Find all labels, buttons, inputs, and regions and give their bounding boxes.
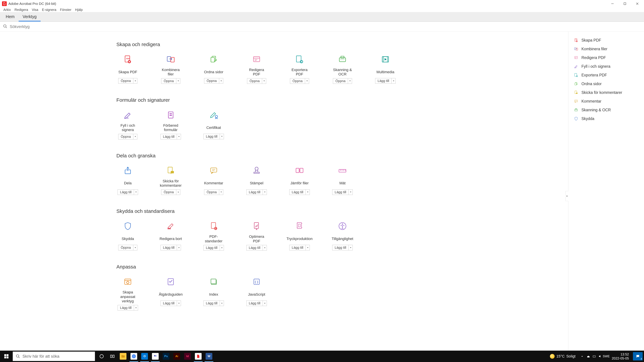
rp-item-organize[interactable]: Ordna sidor xyxy=(568,79,644,88)
tool-dropdown-arrow[interactable] xyxy=(349,245,353,250)
tool-javascript[interactable]: { }JavaScriptLägg till xyxy=(245,276,268,311)
menu-esignera[interactable]: E-signera xyxy=(40,7,58,12)
rp-item-scan[interactable]: Skanning & OCR xyxy=(568,106,644,114)
photoshop-icon[interactable]: Ps xyxy=(161,351,172,362)
tool-action-button[interactable]: Lägg till xyxy=(204,301,220,306)
main-panel[interactable]: Skapa och redigeraPDFSkapa PDFÖppnaKombi… xyxy=(0,31,568,351)
tool-action-button[interactable]: Lägg till xyxy=(289,245,306,250)
tool-action-button[interactable]: Lägg till xyxy=(204,245,220,251)
tool-dropdown-arrow[interactable] xyxy=(392,78,396,84)
tool-action-button[interactable]: Lägg till xyxy=(118,189,134,195)
tool-search-input[interactable] xyxy=(10,24,110,29)
tool-dropdown-arrow[interactable] xyxy=(220,245,224,251)
tool-dropdown-arrow[interactable] xyxy=(134,189,138,195)
tool-dropdown-arrow[interactable] xyxy=(263,189,267,195)
menu-hjalp[interactable]: Hjälp xyxy=(74,7,84,12)
tool-dropdown-arrow[interactable] xyxy=(262,78,266,84)
tool-action-button[interactable]: Lägg till xyxy=(160,134,177,139)
tool-dropdown-arrow[interactable] xyxy=(219,78,223,84)
language-icon[interactable]: SWE xyxy=(604,354,609,359)
rp-item-export-pdf[interactable]: Exportera PDF xyxy=(568,71,644,79)
rp-item-comment[interactable]: Kommentar xyxy=(568,97,644,106)
tool-action-button[interactable]: Öppna xyxy=(161,78,176,84)
tool-protect[interactable]: SkyddaÖppna xyxy=(116,221,139,251)
tool-dropdown-arrow[interactable] xyxy=(176,189,180,195)
tool-export-pdf[interactable]: Exportera PDFÖppna xyxy=(288,54,311,84)
cortana-icon[interactable] xyxy=(96,351,107,362)
tool-dropdown-arrow[interactable] xyxy=(219,189,223,195)
illustrator-icon[interactable]: Ai xyxy=(172,351,182,362)
tool-scan[interactable]: Skanning & OCRÖppna xyxy=(331,54,354,84)
tool-action-button[interactable]: Öppna xyxy=(247,78,262,84)
tool-action-button[interactable]: Öppna xyxy=(333,78,348,84)
tool-dropdown-arrow[interactable] xyxy=(263,301,267,306)
rp-item-create-pdf[interactable]: PDFSkapa PDF xyxy=(568,36,644,44)
tool-dropdown-arrow[interactable] xyxy=(349,189,353,195)
tool-dropdown-arrow[interactable] xyxy=(306,189,310,195)
task-view-icon[interactable] xyxy=(107,351,118,362)
word-icon[interactable]: W xyxy=(204,351,214,362)
taskbar-search[interactable]: Skriv här för att söka xyxy=(13,352,95,361)
tool-share[interactable]: DelaLägg till xyxy=(116,165,139,195)
tool-print-prod[interactable]: TryckproduktionLägg till xyxy=(288,221,311,251)
teams-icon[interactable] xyxy=(150,351,161,362)
tool-send-comments[interactable]: Skicka för kommentarerÖppna xyxy=(159,165,182,195)
tool-dropdown-arrow[interactable] xyxy=(134,305,138,311)
tool-standards[interactable]: !PDF-standarderLägg till xyxy=(202,221,225,251)
volume-icon[interactable] xyxy=(598,354,603,359)
tool-dropdown-arrow[interactable] xyxy=(176,78,180,84)
tool-action-button[interactable]: Lägg till xyxy=(246,189,263,195)
file-explorer-icon[interactable] xyxy=(118,351,128,362)
notification-icon[interactable]: 4 xyxy=(633,352,643,361)
indesign-icon[interactable]: Id xyxy=(182,351,193,362)
menu-redigera[interactable]: Redigera xyxy=(13,7,30,12)
tool-action-button[interactable]: Lägg till xyxy=(289,189,306,195)
maximize-button[interactable] xyxy=(619,0,631,7)
tool-action-button[interactable]: Lägg till xyxy=(160,301,177,306)
tool-action-button[interactable]: Lägg till xyxy=(204,134,220,139)
tool-dropdown-arrow[interactable] xyxy=(220,301,224,306)
menu-arkiv[interactable]: Arkiv xyxy=(2,7,12,12)
tool-dropdown-arrow[interactable] xyxy=(133,245,137,250)
tool-create-pdf[interactable]: PDFSkapa PDFÖppna xyxy=(116,54,139,84)
tool-action-button[interactable]: Lägg till xyxy=(332,245,349,250)
tool-dropdown-arrow[interactable] xyxy=(348,78,352,84)
tool-action-button[interactable]: Lägg till xyxy=(118,305,134,311)
tool-action-button[interactable]: Lägg till xyxy=(375,78,392,84)
taskbar-clock[interactable]: 13:52 2022-05-05 xyxy=(610,352,631,360)
tool-optimize[interactable]: Optimera PDFLägg till xyxy=(245,221,268,251)
tool-fill-sign[interactable]: Fyll i och signeraÖppna xyxy=(116,110,139,139)
tool-custom-tool[interactable]: Skapa anpassat verktygLägg till xyxy=(116,276,139,311)
menu-visa[interactable]: Visa xyxy=(30,7,40,12)
tool-action-button[interactable]: Lägg till xyxy=(160,245,177,250)
tool-combine[interactable]: Kombinera filerÖppna xyxy=(159,54,182,84)
tool-action-button[interactable]: Öppna xyxy=(161,189,176,195)
chrome-icon[interactable] xyxy=(128,351,139,362)
rp-item-edit-pdf[interactable]: Redigera PDF xyxy=(568,53,644,62)
tool-action-button[interactable]: Öppna xyxy=(118,78,133,84)
tool-dropdown-arrow[interactable] xyxy=(177,245,181,250)
tool-certificate[interactable]: CertifikatLägg till xyxy=(202,110,225,139)
rp-item-fill-sign[interactable]: Fyll i och signera xyxy=(568,62,644,71)
tab-home[interactable]: Hem xyxy=(2,12,18,21)
tool-action-button[interactable]: Öppna xyxy=(118,245,133,250)
tool-action-button[interactable]: Öppna xyxy=(204,78,219,84)
tool-dropdown-arrow[interactable] xyxy=(133,134,137,139)
tool-comment[interactable]: KommentarÖppna xyxy=(202,165,225,195)
tool-action-wizard[interactable]: ÅtgärdsguidenLägg till xyxy=(159,276,182,311)
start-button[interactable] xyxy=(0,351,13,362)
tool-compare[interactable]: Jämför filerLägg till xyxy=(288,165,311,195)
tab-tools[interactable]: Verktyg xyxy=(18,12,40,21)
tool-edit-pdf[interactable]: Redigera PDFÖppna xyxy=(245,54,268,84)
tool-dropdown-arrow[interactable] xyxy=(133,78,137,84)
tool-dropdown-arrow[interactable] xyxy=(305,78,309,84)
network-icon[interactable] xyxy=(592,354,597,359)
onedrive-icon[interactable] xyxy=(586,354,591,359)
tool-accessibility[interactable]: TillgänglighetLägg till xyxy=(331,221,354,251)
rp-item-send-comments[interactable]: Skicka för kommentarer xyxy=(568,88,644,97)
minimize-button[interactable] xyxy=(606,0,618,7)
tool-measure[interactable]: MätLägg till xyxy=(331,165,354,195)
weather-widget[interactable]: 15°C Soligt xyxy=(547,354,578,359)
outlook-icon[interactable]: O xyxy=(139,351,150,362)
tool-organize[interactable]: Ordna sidorÖppna xyxy=(202,54,225,84)
